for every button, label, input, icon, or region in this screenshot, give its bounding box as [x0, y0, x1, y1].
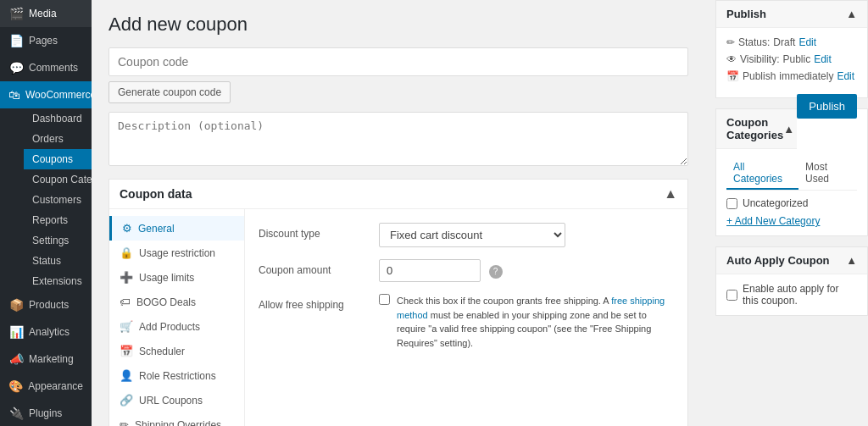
coupon-amount-row: Coupon amount ?	[259, 259, 674, 282]
sidebar-sub-status[interactable]: Status	[24, 251, 92, 271]
sidebar-sub-coupons[interactable]: Coupons	[24, 149, 92, 169]
categories-toggle-icon: ▲	[783, 123, 794, 136]
url-coupons-icon: 🔗	[120, 394, 133, 407]
discount-type-label: Discount type	[259, 223, 369, 240]
tab-add-products[interactable]: 🛒 Add Products	[109, 314, 244, 339]
page-title: Add new coupon	[108, 14, 688, 36]
products-icon: 📦	[8, 298, 24, 312]
coupon-data-toggle-icon: ▲	[664, 186, 677, 202]
sidebar-item-woocommerce[interactable]: 🛍 WooCommerce	[0, 81, 92, 108]
visibility-row: 👁 Visibility: Public Edit	[726, 53, 857, 65]
coupon-code-input[interactable]	[108, 47, 688, 76]
auto-apply-header[interactable]: Auto Apply Coupon ▲	[716, 247, 867, 274]
help-icon[interactable]: ?	[489, 265, 503, 279]
auto-apply-body: Enable auto apply for this coupon.	[716, 274, 867, 315]
scheduler-icon: 📅	[120, 345, 133, 357]
pages-icon: 📄	[8, 34, 24, 47]
pencil-icon: ✏	[726, 36, 735, 48]
discount-type-control: Percentage discount Fixed cart discount …	[379, 223, 674, 247]
marketing-icon: 📣	[8, 352, 24, 366]
sidebar: 🎬 Media 📄 Pages 💬 Comments 🛍 WooCommerce…	[0, 0, 92, 426]
free-shipping-control: Check this box if the coupon grants free…	[379, 294, 674, 350]
visibility-edit-link[interactable]: Edit	[814, 53, 832, 65]
sidebar-sub-extensions[interactable]: Extensions	[24, 271, 92, 291]
coupon-amount-input[interactable]	[379, 259, 481, 282]
add-new-category-link[interactable]: + Add New Category	[726, 215, 820, 227]
media-icon: 🎬	[8, 7, 24, 20]
sidebar-item-appearance[interactable]: 🎨 Appearance	[0, 373, 92, 400]
tab-general[interactable]: ⚙ General	[109, 216, 244, 241]
coupon-amount-label: Coupon amount	[259, 259, 369, 276]
tab-scheduler[interactable]: 📅 Scheduler	[109, 339, 244, 363]
tab-role-restrictions[interactable]: 👤 Role Restrictions	[109, 363, 244, 388]
role-restrictions-icon: 👤	[120, 369, 133, 382]
general-icon: ⚙	[122, 222, 132, 235]
publish-time-edit-link[interactable]: Edit	[837, 70, 854, 82]
sidebar-item-marketing[interactable]: 📣 Marketing	[0, 346, 92, 373]
auto-apply-box: Auto Apply Coupon ▲ Enable auto apply fo…	[715, 246, 868, 316]
sidebar-sub-reports[interactable]: Reports	[24, 210, 92, 230]
main-content: Add new coupon Generate coupon code Coup…	[92, 0, 705, 426]
coupon-tabs: ⚙ General 🔒 Usage restriction ➕ Usage li…	[109, 209, 245, 426]
coupon-categories-title: Coupon Categories	[726, 116, 783, 141]
coupon-categories-header[interactable]: Coupon Categories ▲	[716, 109, 797, 149]
sidebar-item-plugins[interactable]: 🔌 Plugins	[0, 400, 92, 426]
tab-url-coupons[interactable]: 🔗 URL Coupons	[109, 388, 244, 412]
free-shipping-description: Check this box if the coupon grants free…	[397, 294, 674, 350]
right-sidebar: Publish ▲ ✏ Status: Draft Edit 👁 Visibil…	[705, 0, 868, 426]
tab-bogo-deals[interactable]: 🏷 BOGO Deals	[109, 290, 244, 314]
publish-toggle-icon: ▲	[846, 8, 857, 20]
free-shipping-checkbox[interactable]	[379, 294, 390, 305]
description-textarea[interactable]	[108, 112, 688, 166]
shipping-icon: ✏	[120, 418, 129, 426]
sidebar-sub-settings[interactable]: Settings	[24, 230, 92, 251]
free-shipping-row: Allow free shipping Check this box if th…	[259, 294, 674, 350]
publish-box-body: ✏ Status: Draft Edit 👁 Visibility: Publi…	[716, 28, 867, 97]
uncategorized-item: Uncategorized	[726, 197, 857, 209]
auto-apply-title: Auto Apply Coupon	[726, 254, 830, 267]
publish-box: Publish ▲ ✏ Status: Draft Edit 👁 Visibil…	[715, 0, 868, 98]
status-row: ✏ Status: Draft Edit	[726, 36, 857, 48]
appearance-icon: 🎨	[8, 379, 23, 393]
sidebar-item-comments[interactable]: 💬 Comments	[0, 54, 92, 81]
analytics-icon: 📊	[8, 325, 24, 339]
category-tabs: All Categories Most Used	[726, 158, 857, 191]
comments-icon: 💬	[8, 61, 24, 75]
sidebar-item-pages[interactable]: 📄 Pages	[0, 27, 92, 54]
sidebar-sub-dashboard[interactable]: Dashboard	[24, 108, 92, 129]
usage-limits-icon: ➕	[120, 271, 133, 284]
coupon-data-header[interactable]: Coupon data ▲	[109, 180, 687, 209]
tab-shipping-overrides[interactable]: ✏ Shipping Overrides	[109, 412, 244, 426]
sidebar-sub-customers[interactable]: Customers	[24, 190, 92, 210]
uncategorized-checkbox[interactable]	[726, 198, 737, 209]
tab-usage-limits[interactable]: ➕ Usage limits	[109, 265, 244, 290]
coupon-categories-body: All Categories Most Used Uncategorized +…	[716, 149, 867, 235]
sidebar-item-analytics[interactable]: 📊 Analytics	[0, 318, 92, 346]
auto-apply-toggle-icon: ▲	[846, 254, 857, 267]
add-products-icon: 🛒	[120, 320, 133, 333]
calendar-icon: 📅	[726, 70, 739, 82]
general-tab-content: Discount type Percentage discount Fixed …	[245, 209, 687, 426]
sidebar-item-products[interactable]: 📦 Products	[0, 291, 92, 318]
coupon-amount-control: ?	[379, 259, 674, 282]
coupon-categories-box: Coupon Categories ▲ All Categories Most …	[715, 108, 868, 236]
auto-apply-check-row: Enable auto apply for this coupon.	[726, 283, 857, 307]
auto-apply-checkbox[interactable]	[726, 290, 737, 301]
generate-coupon-button[interactable]: Generate coupon code	[108, 81, 231, 103]
publish-button[interactable]: Publish	[797, 94, 857, 119]
publish-box-title: Publish	[726, 8, 766, 20]
publish-time-row: 📅 Publish immediately Edit	[726, 70, 857, 82]
discount-type-row: Discount type Percentage discount Fixed …	[259, 223, 674, 247]
tab-usage-restriction[interactable]: 🔒 Usage restriction	[109, 241, 244, 265]
coupon-data-body: ⚙ General 🔒 Usage restriction ➕ Usage li…	[109, 209, 687, 426]
discount-type-select[interactable]: Percentage discount Fixed cart discount …	[379, 223, 565, 247]
sidebar-item-media[interactable]: 🎬 Media	[0, 0, 92, 27]
publish-box-header[interactable]: Publish ▲	[716, 1, 867, 28]
cat-tab-all[interactable]: All Categories	[726, 158, 798, 190]
sidebar-sub-orders[interactable]: Orders	[24, 129, 92, 149]
sidebar-sub-coupon-categories[interactable]: Coupon Categories	[24, 169, 92, 190]
free-shipping-check-row: Check this box if the coupon grants free…	[379, 294, 674, 350]
bogo-icon: 🏷	[120, 296, 131, 308]
status-edit-link[interactable]: Edit	[798, 36, 816, 48]
cat-tab-most-used[interactable]: Most Used	[798, 158, 857, 190]
